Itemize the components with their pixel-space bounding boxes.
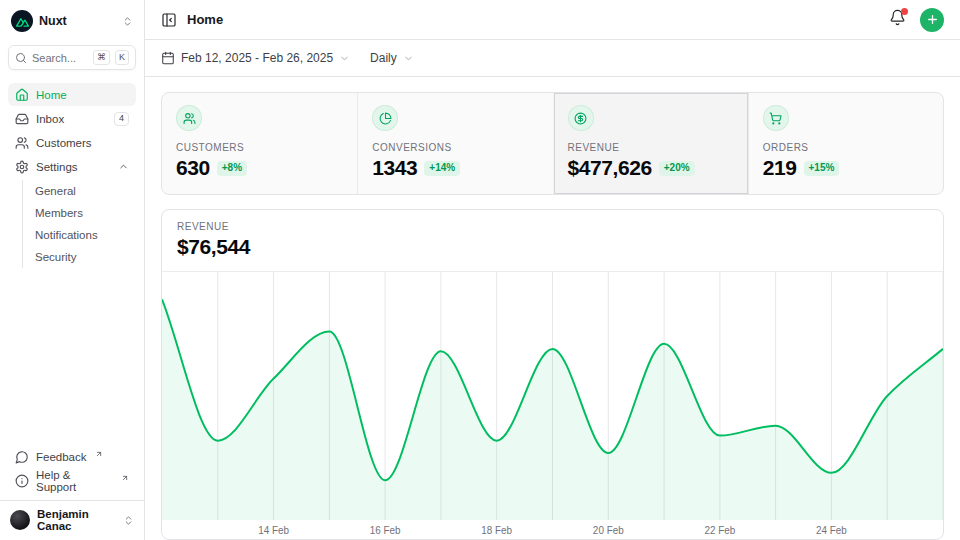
sidebar-item-inbox[interactable]: Inbox 4: [8, 107, 136, 130]
chart-plot-area: 14 Feb16 Feb18 Feb20 Feb22 Feb24 Feb: [162, 272, 943, 539]
sidebar-item-label: Home: [36, 89, 67, 101]
stats-row: CUSTOMERS 630 +8% CONVERSIONS 1343 +14%: [161, 92, 944, 195]
sidebar-nav: Home Inbox 4 Customers Settings: [8, 83, 136, 271]
svg-text:14 Feb: 14 Feb: [258, 525, 289, 536]
svg-text:24 Feb: 24 Feb: [816, 525, 847, 536]
sidebar-item-security[interactable]: Security: [23, 246, 136, 268]
search-placeholder: Search...: [32, 52, 88, 64]
chevron-down-icon: [403, 53, 414, 64]
users-icon: [15, 136, 29, 150]
search-icon: [15, 52, 27, 64]
revenue-area-chart: 14 Feb16 Feb18 Feb20 Feb22 Feb24 Feb: [162, 272, 943, 539]
sidebar-item-settings[interactable]: Settings: [8, 155, 136, 178]
inbox-count-badge: 4: [114, 112, 129, 126]
sidebar-item-help-support[interactable]: Help & Support: [8, 469, 136, 492]
kbd-k: K: [115, 50, 129, 65]
notifications-bell-icon[interactable]: [889, 9, 906, 30]
sidebar-item-label: Help & Support: [36, 469, 113, 493]
inbox-icon: [15, 112, 29, 126]
period-select[interactable]: Daily: [370, 51, 414, 65]
external-link-icon: [121, 474, 129, 482]
nuxt-logo-icon: [11, 10, 33, 32]
page-title: Home: [187, 12, 879, 27]
sidebar-item-label: Inbox: [36, 113, 64, 125]
sub-item-label: General: [35, 185, 76, 197]
home-icon: [15, 88, 29, 102]
main-area: Home Feb 12, 2025 - Feb 26, 2025 Daily: [145, 0, 960, 540]
svg-text:22 Feb: 22 Feb: [704, 525, 735, 536]
gear-icon: [15, 160, 29, 174]
settings-subnav: General Members Notifications Security: [22, 180, 136, 268]
stat-delta-badge: +15%: [804, 161, 840, 176]
sidebar-item-label: Settings: [36, 161, 78, 173]
external-link-icon: [95, 450, 103, 458]
sidebar-footer: Feedback Help & Support: [8, 445, 136, 493]
search-input[interactable]: Search... ⌘ K: [8, 45, 136, 70]
revenue-chart-card: REVENUE $76,544 14 Feb16 Feb18 Feb20 Feb…: [161, 209, 944, 540]
pie-chart-icon: [372, 105, 398, 131]
sidebar: Nuxt Search... ⌘ K Home: [0, 0, 145, 540]
dollar-circle-icon: [568, 105, 594, 131]
user-menu[interactable]: Benjamin Canac: [0, 500, 144, 540]
date-range-picker[interactable]: Feb 12, 2025 - Feb 26, 2025: [161, 51, 350, 65]
topbar: Home: [145, 0, 960, 40]
user-name: Benjamin Canac: [37, 508, 116, 532]
svg-text:16 Feb: 16 Feb: [370, 525, 401, 536]
chevron-up-icon: [118, 161, 129, 172]
filter-bar: Feb 12, 2025 - Feb 26, 2025 Daily: [145, 40, 960, 77]
sidebar-item-members[interactable]: Members: [23, 202, 136, 224]
kbd-cmd: ⌘: [93, 50, 110, 65]
sub-item-label: Members: [35, 207, 83, 219]
dashboard-app: Nuxt Search... ⌘ K Home: [0, 0, 960, 540]
workspace-switcher[interactable]: Nuxt: [8, 8, 136, 34]
stat-delta-badge: +20%: [659, 161, 695, 176]
sidebar-item-notifications[interactable]: Notifications: [23, 224, 136, 246]
period-label: Daily: [370, 51, 397, 65]
sidebar-item-general[interactable]: General: [23, 180, 136, 202]
add-button[interactable]: [920, 8, 944, 32]
stat-delta-badge: +14%: [424, 161, 460, 176]
stat-value: 219: [763, 156, 797, 180]
stat-card-orders[interactable]: ORDERS 219 +15%: [748, 93, 943, 194]
content: CUSTOMERS 630 +8% CONVERSIONS 1343 +14%: [145, 77, 960, 540]
svg-text:18 Feb: 18 Feb: [481, 525, 512, 536]
stat-card-conversions[interactable]: CONVERSIONS 1343 +14%: [357, 93, 552, 194]
chevron-up-down-icon: [123, 515, 134, 526]
sidebar-collapse-icon[interactable]: [161, 12, 177, 28]
stat-value: 1343: [372, 156, 417, 180]
chevron-down-icon: [339, 53, 350, 64]
sub-item-label: Security: [35, 251, 77, 263]
date-range-label: Feb 12, 2025 - Feb 26, 2025: [181, 51, 333, 65]
sidebar-item-label: Customers: [36, 137, 92, 149]
stat-value: $477,626: [568, 156, 652, 180]
avatar: [10, 510, 30, 530]
sidebar-item-customers[interactable]: Customers: [8, 131, 136, 154]
stat-card-revenue[interactable]: REVENUE $477,626 +20%: [553, 93, 748, 194]
workspace-name: Nuxt: [39, 14, 116, 28]
info-icon: [15, 474, 29, 488]
stat-delta-badge: +8%: [217, 161, 247, 176]
users-icon: [176, 105, 202, 131]
sub-item-label: Notifications: [35, 229, 98, 241]
stat-card-customers[interactable]: CUSTOMERS 630 +8%: [162, 93, 357, 194]
unread-dot: [901, 8, 908, 15]
calendar-icon: [161, 51, 175, 65]
stat-label: REVENUE: [568, 142, 734, 153]
stat-label: CUSTOMERS: [176, 142, 343, 153]
stat-label: ORDERS: [763, 142, 929, 153]
chart-label: REVENUE: [177, 221, 928, 232]
sidebar-item-home[interactable]: Home: [8, 83, 136, 106]
sidebar-item-label: Feedback: [36, 451, 87, 463]
chart-header: REVENUE $76,544: [162, 210, 943, 272]
svg-text:20 Feb: 20 Feb: [593, 525, 624, 536]
stat-value: 630: [176, 156, 210, 180]
sidebar-item-feedback[interactable]: Feedback: [8, 445, 136, 468]
stat-label: CONVERSIONS: [372, 142, 538, 153]
chart-value: $76,544: [177, 235, 928, 259]
chevron-up-down-icon: [122, 16, 133, 27]
sidebar-spacer: [8, 271, 136, 445]
cart-icon: [763, 105, 789, 131]
chat-icon: [15, 450, 29, 464]
